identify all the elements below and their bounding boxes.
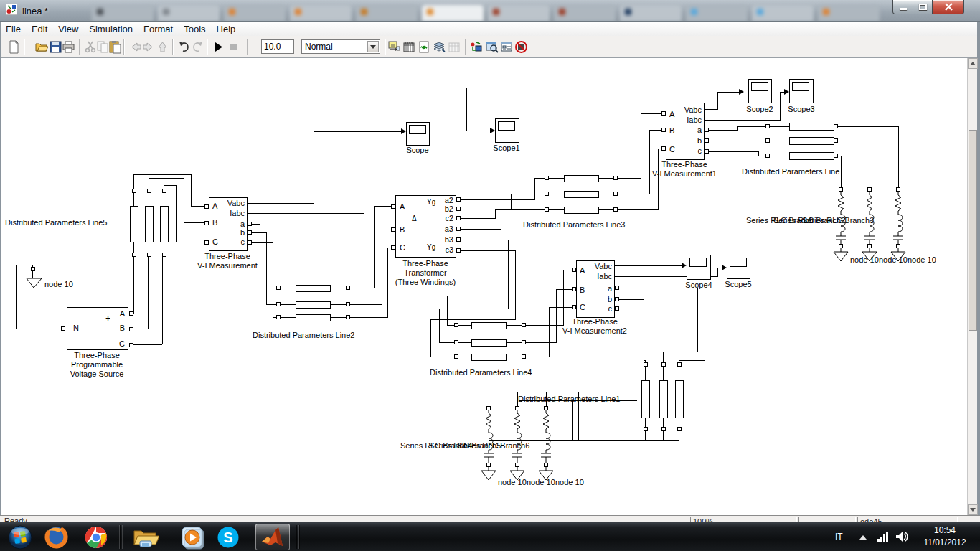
port-label: Vabc — [227, 199, 245, 207]
taskbar-skype-icon[interactable]: S — [212, 524, 244, 550]
stop-simulation-icon[interactable] — [227, 40, 240, 54]
simulation-stop-time-field[interactable] — [261, 39, 294, 54]
port-label: a — [697, 126, 702, 134]
scope5-block[interactable] — [727, 255, 750, 279]
transformer-block[interactable]: A B C a2 b2 c2 a3 b3 c3 Δ Yg Yg — [395, 195, 456, 258]
start-simulation-icon[interactable] — [212, 40, 225, 54]
distributed-line5-phase-c[interactable] — [160, 206, 169, 242]
scope1-label: Scope1 — [463, 143, 550, 153]
voltage-source-label: Three-PhaseProgrammableVoltage Source — [32, 351, 161, 379]
distributed-line-phase-c[interactable] — [789, 152, 834, 160]
port-label: A — [212, 202, 217, 210]
forward-icon[interactable] — [141, 40, 155, 54]
delta-winding-symbol: Δ — [412, 215, 417, 222]
menu-tools[interactable]: Tools — [184, 24, 205, 34]
library-stack-icon[interactable] — [433, 40, 446, 54]
menu-file[interactable]: File — [6, 24, 21, 34]
port-label: a2 — [445, 197, 453, 204]
scope2-block[interactable] — [748, 79, 772, 103]
distributed-line4-phase-c[interactable] — [471, 354, 507, 361]
scope3-block[interactable] — [789, 79, 814, 103]
port-label: C — [580, 303, 585, 311]
scope1-block[interactable] — [495, 118, 519, 143]
save-model-icon[interactable] — [49, 40, 62, 54]
port-label: C — [669, 146, 675, 154]
scope-screen — [498, 121, 515, 131]
distributed-line5-phase-a[interactable] — [130, 206, 138, 242]
voltage-source-block[interactable]: N A B C — [67, 307, 128, 350]
distributed-line-phase-b[interactable] — [789, 137, 834, 145]
taskbar-firefox-icon[interactable] — [40, 524, 72, 550]
distributed-line4-phase-b[interactable] — [471, 339, 507, 347]
simulink-app-icon — [6, 4, 17, 18]
print-icon[interactable] — [62, 40, 75, 54]
scroll-up-button[interactable] — [968, 58, 978, 69]
tray-volume-icon[interactable] — [895, 531, 908, 551]
model-explorer-icon[interactable] — [485, 40, 499, 54]
library-browser-icon[interactable] — [500, 40, 514, 54]
port-label: Iabc — [687, 116, 702, 124]
vertical-scrollbar[interactable] — [967, 58, 977, 515]
distributed-line2-phase-b[interactable] — [296, 301, 331, 309]
scope-screen — [730, 258, 747, 267]
scroll-down-button[interactable] — [968, 504, 978, 515]
vi-measurement1-block[interactable]: A B C Vabc Iabc a b c — [666, 103, 705, 160]
paste-icon[interactable] — [108, 40, 122, 54]
distributed-line4-phase-a[interactable] — [471, 322, 507, 329]
distributed-line2-phase-c[interactable] — [296, 314, 331, 321]
menu-simulation[interactable]: Simulation — [89, 24, 133, 34]
distributed-line1-phase-b[interactable] — [659, 380, 668, 418]
ground-node10-label: node 10 — [850, 255, 879, 264]
distributed-line3-phase-a[interactable] — [564, 175, 599, 182]
taskbar-chrome-icon[interactable] — [80, 524, 112, 550]
menu-help[interactable]: Help — [217, 24, 236, 34]
distributed-line3-phase-b[interactable] — [564, 191, 599, 198]
port-label: c — [698, 147, 702, 155]
yg-winding-symbol: Yg — [427, 243, 435, 251]
close-button[interactable] — [932, 0, 964, 14]
tray-network-icon[interactable] — [877, 531, 890, 551]
undo-icon[interactable] — [177, 40, 191, 54]
maximize-button[interactable] — [913, 0, 933, 14]
menu-bar: File Edit View Simulation Format Tools H… — [0, 22, 980, 36]
vi-measurement-block[interactable]: A B C Vabc Iabc a b c — [209, 197, 248, 251]
port-label: c2 — [445, 215, 453, 222]
vi-measurement2-block[interactable]: A B C Vabc Iabc a b c — [576, 260, 615, 318]
tray-hidden-icons-chevron[interactable] — [859, 535, 867, 551]
distributed-line-phase-a[interactable] — [789, 123, 834, 131]
tray-language-indicator[interactable]: IT — [835, 532, 843, 551]
distributed-line3-phase-c[interactable] — [564, 207, 599, 214]
new-model-icon[interactable] — [7, 40, 21, 54]
distributed-line1-phase-a[interactable] — [641, 380, 650, 418]
signal-manager-icon[interactable] — [402, 40, 416, 54]
menu-view[interactable]: View — [58, 24, 78, 34]
distributed-line1-phase-c[interactable] — [675, 380, 684, 418]
distributed-line2-phase-a[interactable] — [296, 285, 331, 292]
remove-highlighting-icon[interactable] — [514, 40, 528, 54]
update-diagram-icon[interactable] — [418, 40, 431, 54]
simulation-mode-select[interactable]: Normal — [301, 39, 380, 54]
dropdown-arrow-icon[interactable] — [367, 41, 379, 52]
scope4-block[interactable] — [687, 255, 711, 280]
redo-icon[interactable] — [191, 40, 204, 54]
model-browser-icon[interactable] — [387, 40, 401, 54]
title-bar[interactable]: linea * — [0, 0, 980, 22]
minimize-button[interactable] — [892, 0, 913, 14]
tray-clock[interactable]: 10:54 11/01/2012 — [917, 524, 973, 549]
scope-screen — [409, 125, 426, 134]
menu-edit[interactable]: Edit — [32, 24, 47, 34]
distributed-line5-phase-b[interactable] — [145, 206, 154, 242]
menu-format[interactable]: Format — [143, 24, 173, 34]
taskbar-explorer-icon[interactable] — [128, 524, 162, 550]
port-label: C — [212, 238, 218, 246]
port-label: A — [669, 110, 674, 118]
open-model-icon[interactable] — [35, 40, 49, 54]
up-icon[interactable] — [156, 40, 169, 54]
scrollbar-thumb[interactable] — [969, 130, 977, 331]
taskbar-matlab-icon[interactable] — [255, 524, 290, 550]
start-button[interactable] — [4, 524, 36, 550]
scope-screen — [792, 82, 809, 91]
taskbar-mediaplayer-icon[interactable] — [176, 524, 208, 550]
scope-block[interactable] — [406, 122, 430, 146]
debug-icon[interactable] — [470, 40, 484, 54]
